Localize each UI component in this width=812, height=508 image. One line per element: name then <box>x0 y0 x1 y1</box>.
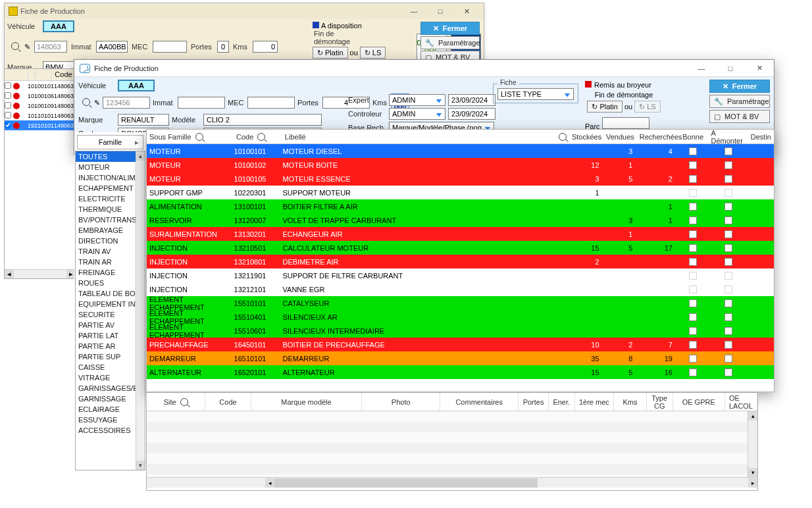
col-bonne[interactable]: Bonne <box>682 133 703 141</box>
ls-button-bg[interactable]: ↻LS <box>360 47 386 59</box>
col-oegpre[interactable]: OE GPRE <box>682 398 715 406</box>
scroll-down-icon[interactable]: ▾ <box>136 461 145 470</box>
modele-value[interactable]: CLIO 2 <box>203 114 322 126</box>
family-item[interactable]: GARNISSAGE <box>76 394 145 404</box>
family-item[interactable]: TABLEAU DE BORD <box>76 288 145 299</box>
bg-kms-value[interactable]: 0 <box>253 41 278 53</box>
col-commentaires[interactable]: Commentaires <box>455 398 503 406</box>
marque-value[interactable]: RENAULT <box>118 114 169 126</box>
col-code2[interactable]: Code <box>219 398 236 406</box>
search-icon[interactable] <box>180 398 188 406</box>
row-checkbox[interactable] <box>5 122 11 128</box>
family-item[interactable]: EMBRAYAGE <box>76 225 145 236</box>
checkbox-ademonter[interactable] <box>724 341 732 349</box>
family-item[interactable]: EQUIPEMENT INT <box>76 299 145 309</box>
ls-button[interactable]: ↻LS <box>634 101 660 113</box>
search-icon[interactable] <box>195 133 203 141</box>
fermer-button-bg[interactable]: ✕Fermer <box>420 22 480 35</box>
checkbox-bonne[interactable] <box>689 258 697 266</box>
checkbox-bonne[interactable] <box>689 175 697 183</box>
family-item[interactable]: BV/PONT/TRANSMISSIO <box>76 215 145 225</box>
expert-date[interactable]: 23/09/2024 <box>448 94 495 106</box>
row-checkbox[interactable] <box>5 112 11 118</box>
checkbox-bonne[interactable] <box>689 327 697 335</box>
code-list-row[interactable]: 19210101148063 <box>5 120 76 130</box>
parts-row[interactable]: MOTEUR10100102MOTEUR BOITE121 <box>147 158 774 172</box>
row-checkbox[interactable] <box>5 82 11 89</box>
col-photo[interactable]: Photo <box>392 398 411 406</box>
platin-button-bg[interactable]: ↻Platin <box>313 47 348 59</box>
family-item[interactable]: SECURITE <box>76 309 145 320</box>
mec-field[interactable] <box>247 97 295 109</box>
row-checkbox[interactable] <box>5 92 11 99</box>
expert-combo[interactable]: ADMIN <box>389 94 445 106</box>
family-item[interactable]: FREINAGE <box>76 267 145 278</box>
parts-row[interactable]: INJECTION13210801DEBIMETRE AIR2 <box>147 255 774 268</box>
checkbox-ademonter[interactable] <box>724 203 732 211</box>
code-list-row[interactable]: 10110101148063 <box>5 111 76 120</box>
parts-row[interactable]: DEMARREUR16510101DEMARREUR35819 <box>147 351 774 365</box>
search-icon[interactable] <box>559 133 567 141</box>
checkbox-ademonter[interactable] <box>724 216 732 224</box>
checkbox-ademonter[interactable] <box>724 161 732 169</box>
family-item[interactable]: THERMIQUE <box>76 204 145 215</box>
checkbox-bonne[interactable] <box>689 299 697 307</box>
col-ener[interactable]: Ener. <box>553 398 570 406</box>
parts-row[interactable]: INJECTION13212101VANNE EGR <box>147 282 774 296</box>
bg-portes-value[interactable]: 0 <box>217 41 229 53</box>
scroll-up-icon[interactable]: ▴ <box>748 411 757 420</box>
code-list-row[interactable]: 10100106148063 <box>5 91 76 101</box>
col-portes2[interactable]: Portes <box>523 398 544 406</box>
col-libelle[interactable]: Libellé <box>285 133 306 141</box>
bg-close-button[interactable]: ✕ <box>453 4 480 18</box>
parts-row[interactable]: ELEMENT ECHAPPEMENT15510101CATALYSEUR <box>147 296 774 310</box>
family-item[interactable]: ECLAIRAGE <box>76 404 145 415</box>
checkbox-ademonter[interactable] <box>724 355 732 363</box>
search-icon[interactable] <box>7 42 19 51</box>
scrollbar-vertical[interactable]: ▴ ▾ <box>136 151 145 470</box>
col-recherchees[interactable]: Recherchées <box>640 133 682 141</box>
checkbox-bonne[interactable] <box>689 272 697 280</box>
parts-row[interactable]: SUPPORT GMP10220301SUPPORT MOTEUR1 <box>147 186 774 199</box>
parts-row[interactable]: ELEMENT ECHAPPEMENT15510401SILENCIEUX AR <box>147 310 774 324</box>
checkbox-bonne[interactable] <box>689 341 697 349</box>
col-1eremec[interactable]: 1ère mec <box>579 398 609 406</box>
parts-row[interactable]: PRECHAUFFAGE16450101BOITIER DE PRECHAUFF… <box>147 338 774 351</box>
checkbox-ademonter[interactable] <box>724 327 732 335</box>
scrollbar-thumb[interactable] <box>274 478 538 488</box>
controleur-date[interactable]: 23/09/2024 <box>448 108 495 120</box>
family-item[interactable]: PARTIE LAT <box>76 330 145 341</box>
col-site[interactable]: Site <box>164 398 176 406</box>
checkbox-ademonter[interactable] <box>724 313 732 321</box>
checkbox-ademonter[interactable] <box>724 147 732 155</box>
search-icon[interactable] <box>78 98 90 107</box>
parametrage-button-bg[interactable]: 🔧Paramétrage <box>420 36 480 49</box>
col-oelacol[interactable]: OE LACOL <box>729 394 753 410</box>
family-item[interactable]: TOUTES <box>76 151 145 162</box>
checkbox-bonne[interactable] <box>689 286 697 293</box>
bg-maximize-button[interactable]: □ <box>427 4 453 18</box>
col-typecg[interactable]: Type CG <box>651 394 669 410</box>
parc-field[interactable] <box>602 117 649 129</box>
code-list-row[interactable]: 10100101148063 <box>5 81 76 91</box>
parts-row[interactable]: RESERVOIR13120007VOLET DE TRAPPE CARBURA… <box>147 213 774 227</box>
family-item[interactable]: MOTEUR <box>76 162 145 172</box>
checkbox-bonne[interactable] <box>689 216 697 224</box>
family-list[interactable]: TOUTESMOTEURINJECTION/ALIMENTATECHAPPEME… <box>75 151 145 470</box>
parts-row[interactable]: ALIMENTATION13100101BOITIER FILTRE A AIR… <box>147 199 774 213</box>
col-vendues[interactable]: Vendues <box>606 133 634 141</box>
family-item[interactable]: PARTIE AV <box>76 320 145 330</box>
family-item[interactable]: DIRECTION <box>76 236 145 246</box>
parts-row[interactable]: INJECTION13210501CALCULATEUR MOTEUR15517 <box>147 241 774 255</box>
scroll-left-icon[interactable]: ◂ <box>265 478 274 488</box>
family-item[interactable]: INJECTION/ALIMENTAT <box>76 172 145 183</box>
code-list-row[interactable]: 10100109148063 <box>5 101 76 111</box>
bg-search-field[interactable]: 148063 <box>34 41 67 53</box>
fg-close-button[interactable]: ✕ <box>745 60 774 77</box>
parts-row[interactable]: MOTEUR10100101MOTEUR DIESEL34 <box>147 144 774 158</box>
checkbox-bonne[interactable] <box>689 244 697 252</box>
scroll-right-icon[interactable]: ▸ <box>748 478 757 488</box>
family-item[interactable]: ECHAPPEMENT <box>76 183 145 193</box>
parts-row[interactable]: ALTERNATEUR16520101ALTERNATEUR15516 <box>147 365 774 379</box>
pencil-icon[interactable]: ✎ <box>94 99 100 107</box>
